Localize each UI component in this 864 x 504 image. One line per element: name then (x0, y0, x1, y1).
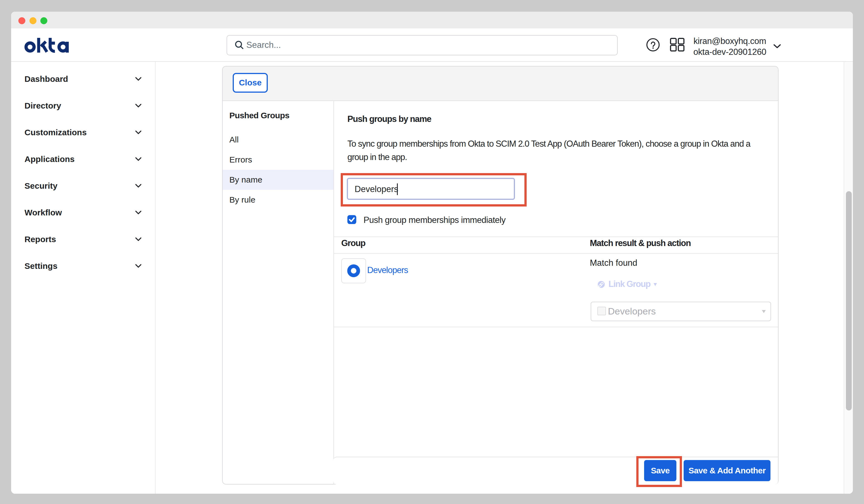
svg-text:Link Group: Link Group (609, 279, 650, 289)
